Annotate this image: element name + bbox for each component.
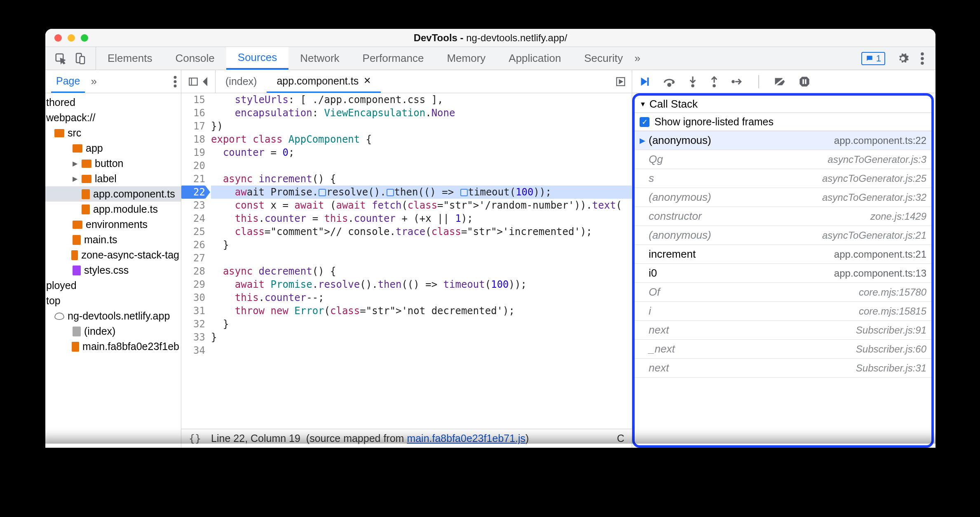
deactivate-breakpoints-icon[interactable] — [774, 76, 786, 87]
titlebar: DevTools - ng-devtools.netlify.app/ — [45, 29, 935, 47]
svg-rect-16 — [802, 79, 804, 84]
tree-item[interactable]: (index) — [45, 324, 181, 339]
stack-frame[interactable]: ▶nextSubscriber.js:31 — [635, 359, 931, 378]
close-icon[interactable]: ✕ — [363, 75, 371, 86]
chat-icon — [865, 54, 874, 63]
tab-console[interactable]: Console — [164, 47, 226, 70]
zoom-icon[interactable] — [81, 34, 88, 42]
sidebar-kebab-icon[interactable] — [173, 76, 177, 87]
tree-item[interactable]: thored — [45, 95, 181, 110]
coverage-toggle[interactable]: C — [617, 432, 624, 444]
folder-icon — [73, 221, 82, 229]
step-over-icon[interactable] — [663, 76, 676, 87]
svg-rect-11 — [647, 78, 649, 86]
step-out-icon[interactable] — [710, 75, 719, 88]
tree-item[interactable]: zone-async-stack-tag — [45, 247, 181, 263]
debugger-pane: ▼ Call Stack ✓ Show ignore-listed frames… — [632, 70, 935, 448]
device-icon[interactable] — [74, 52, 87, 65]
svg-rect-2 — [80, 56, 84, 64]
tree-item[interactable]: app.component.ts — [45, 186, 181, 202]
stack-frame[interactable]: ▶i0app.component.ts:13 — [635, 264, 931, 283]
pretty-print-icon[interactable]: {} — [189, 432, 201, 444]
source-code[interactable]: styleUrls: [ ./app.component.css ], enca… — [211, 93, 632, 429]
editor-tab[interactable]: app.component.ts✕ — [267, 70, 381, 93]
stack-frame[interactable]: ▶QgasyncToGenerator.js:3 — [635, 150, 931, 169]
svg-point-15 — [731, 80, 735, 83]
disclosure-triangle-icon: ▼ — [640, 101, 646, 108]
file-icon — [73, 235, 81, 245]
svg-rect-9 — [189, 78, 197, 85]
tree-item[interactable]: app — [45, 141, 181, 156]
tree-item[interactable]: ng-devtools.netlify.app — [45, 308, 181, 324]
tree-item[interactable]: main.fa8bfa0e23f1eb — [45, 339, 181, 354]
stack-frame[interactable]: ▶_nextSubscriber.js:60 — [635, 340, 931, 359]
nav-back-icon[interactable] — [203, 77, 209, 86]
tab-sources[interactable]: Sources — [226, 47, 288, 70]
stack-frame[interactable]: ▶incrementapp.component.ts:21 — [635, 245, 931, 264]
call-stack-header[interactable]: ▼ Call Stack — [635, 96, 931, 113]
sidebar-tab-page[interactable]: Page — [51, 70, 85, 93]
step-into-icon[interactable] — [688, 75, 697, 88]
call-stack-panel: ▼ Call Stack ✓ Show ignore-listed frames… — [632, 93, 934, 448]
tree-item[interactable]: src — [45, 125, 181, 141]
stack-frame[interactable]: ▶(anonymous)app.component.ts:22 — [635, 131, 931, 150]
file-icon — [72, 342, 79, 352]
devtools-window: DevTools - ng-devtools.netlify.app/ Elem… — [45, 29, 935, 448]
stack-frame[interactable]: ▶(anonymous)asyncToGenerator.js:32 — [635, 188, 931, 207]
window-title: DevTools - ng-devtools.netlify.app/ — [45, 32, 935, 44]
line-gutter[interactable]: 1516171819202122232425262728293031323334 — [181, 93, 211, 429]
svg-point-8 — [174, 85, 177, 87]
tab-network[interactable]: Network — [288, 47, 351, 70]
resume-icon[interactable] — [638, 75, 650, 88]
minimize-icon[interactable] — [68, 34, 75, 42]
tree-item[interactable]: main.ts — [45, 232, 181, 247]
sidebar-more-tabs-icon[interactable]: » — [91, 75, 96, 88]
tree-item[interactable]: ▶button — [45, 156, 181, 171]
tab-elements[interactable]: Elements — [96, 47, 164, 70]
kebab-icon[interactable] — [921, 52, 924, 65]
sourcemap-link[interactable]: main.fa8bfa0e23f1eb71.js — [407, 432, 525, 444]
more-tabs-icon[interactable]: » — [634, 52, 640, 65]
file-icon — [73, 327, 81, 336]
svg-point-13 — [691, 84, 694, 87]
tab-memory[interactable]: Memory — [435, 47, 497, 70]
tree-item[interactable]: ployed — [45, 278, 181, 293]
stack-frame[interactable]: ▶nextSubscriber.js:91 — [635, 321, 931, 340]
tab-security[interactable]: Security — [573, 47, 635, 70]
editor-tabs: (index)app.component.ts✕ — [216, 70, 381, 93]
debugger-toolbar — [632, 70, 935, 93]
folder-icon — [82, 160, 91, 168]
folder-icon — [54, 129, 64, 137]
run-snippet-icon[interactable] — [615, 76, 626, 87]
tree-item[interactable]: ▶label — [45, 171, 181, 186]
tab-performance[interactable]: Performance — [351, 47, 436, 70]
tree-item[interactable]: styles.css — [45, 263, 181, 278]
step-icon[interactable] — [731, 77, 743, 86]
close-icon[interactable] — [54, 34, 62, 42]
issues-badge[interactable]: 1 — [861, 52, 885, 65]
file-icon — [82, 204, 90, 214]
stack-frame[interactable]: ▶icore.mjs:15815 — [635, 302, 931, 321]
stack-frame[interactable]: ▶constructorzone.js:1429 — [635, 207, 931, 226]
tree-item[interactable]: environments — [45, 217, 181, 232]
stack-frame[interactable]: ▶(anonymous)asyncToGenerator.js:21 — [635, 226, 931, 245]
editor-tab[interactable]: (index) — [216, 70, 267, 93]
gear-icon[interactable] — [897, 52, 909, 65]
svg-rect-17 — [805, 79, 807, 84]
folder-icon — [82, 175, 91, 183]
svg-point-4 — [921, 57, 924, 60]
show-ignored-frames-toggle[interactable]: ✓ Show ignore-listed frames — [635, 113, 931, 131]
file-icon — [71, 250, 78, 260]
tree-item[interactable]: app.module.ts — [45, 202, 181, 217]
nav-list-icon[interactable] — [188, 76, 199, 87]
stack-frame[interactable]: ▶Ofcore.mjs:15780 — [635, 283, 931, 302]
tree-item[interactable]: top — [45, 293, 181, 308]
stack-frame[interactable]: ▶sasyncToGenerator.js:25 — [635, 169, 931, 188]
cloud-icon — [54, 313, 64, 320]
tree-item[interactable]: webpack:// — [45, 110, 181, 125]
tab-application[interactable]: Application — [497, 47, 572, 70]
svg-point-12 — [668, 83, 671, 86]
main-tabstrip: ElementsConsoleSourcesNetworkPerformance… — [45, 47, 935, 70]
pause-exceptions-icon[interactable] — [799, 76, 810, 87]
inspect-icon[interactable] — [54, 52, 67, 65]
